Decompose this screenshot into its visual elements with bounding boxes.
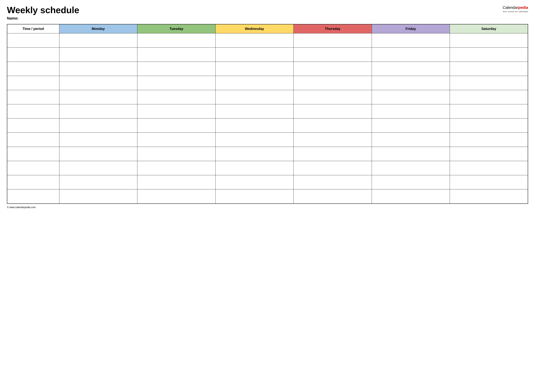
table-cell[interactable]	[450, 147, 528, 161]
table-cell[interactable]	[7, 104, 59, 118]
table-cell[interactable]	[7, 90, 59, 104]
table-cell[interactable]	[137, 175, 216, 189]
table-cell[interactable]	[372, 76, 450, 90]
table-cell[interactable]	[7, 189, 59, 204]
table-row[interactable]	[7, 161, 528, 175]
table-cell[interactable]	[59, 90, 137, 104]
table-cell[interactable]	[137, 90, 216, 104]
table-cell[interactable]	[137, 47, 216, 62]
table-cell[interactable]	[137, 104, 216, 118]
table-cell[interactable]	[137, 189, 216, 204]
table-cell[interactable]	[450, 104, 528, 118]
table-cell[interactable]	[216, 175, 294, 189]
table-cell[interactable]	[372, 62, 450, 76]
table-cell[interactable]	[216, 33, 294, 47]
table-cell[interactable]	[137, 161, 216, 175]
table-cell[interactable]	[372, 118, 450, 133]
table-cell[interactable]	[137, 147, 216, 161]
table-row[interactable]	[7, 175, 528, 189]
table-cell[interactable]	[7, 62, 59, 76]
table-cell[interactable]	[294, 104, 372, 118]
table-cell[interactable]	[372, 175, 450, 189]
table-row[interactable]	[7, 104, 528, 118]
table-cell[interactable]	[137, 76, 216, 90]
table-cell[interactable]	[294, 33, 372, 47]
table-cell[interactable]	[450, 33, 528, 47]
table-cell[interactable]	[59, 118, 137, 133]
table-cell[interactable]	[7, 133, 59, 147]
col-header-wednesday: Wednesday	[216, 24, 294, 33]
table-cell[interactable]	[372, 47, 450, 62]
footer: © www.calendarpedia.com	[7, 206, 528, 209]
table-cell[interactable]	[7, 33, 59, 47]
table-cell[interactable]	[450, 76, 528, 90]
table-cell[interactable]	[216, 133, 294, 147]
table-cell[interactable]	[59, 133, 137, 147]
table-cell[interactable]	[216, 189, 294, 204]
table-cell[interactable]	[216, 47, 294, 62]
table-cell[interactable]	[450, 62, 528, 76]
table-cell[interactable]	[7, 175, 59, 189]
table-cell[interactable]	[372, 189, 450, 204]
table-cell[interactable]	[137, 133, 216, 147]
table-cell[interactable]	[294, 90, 372, 104]
table-row[interactable]	[7, 189, 528, 204]
table-cell[interactable]	[59, 33, 137, 47]
table-cell[interactable]	[294, 62, 372, 76]
table-cell[interactable]	[294, 47, 372, 62]
table-row[interactable]	[7, 133, 528, 147]
table-cell[interactable]	[7, 76, 59, 90]
table-cell[interactable]	[59, 104, 137, 118]
table-cell[interactable]	[294, 175, 372, 189]
table-cell[interactable]	[216, 147, 294, 161]
table-cell[interactable]	[216, 76, 294, 90]
table-cell[interactable]	[137, 33, 216, 47]
table-cell[interactable]	[59, 76, 137, 90]
table-cell[interactable]	[59, 161, 137, 175]
table-cell[interactable]	[59, 147, 137, 161]
table-cell[interactable]	[216, 118, 294, 133]
table-cell[interactable]	[372, 90, 450, 104]
table-cell[interactable]	[7, 161, 59, 175]
table-cell[interactable]	[216, 161, 294, 175]
table-cell[interactable]	[450, 133, 528, 147]
table-cell[interactable]	[450, 189, 528, 204]
table-cell[interactable]	[216, 62, 294, 76]
table-cell[interactable]	[216, 90, 294, 104]
col-header-monday: Monday	[59, 24, 137, 33]
table-cell[interactable]	[7, 118, 59, 133]
table-cell[interactable]	[7, 147, 59, 161]
table-cell[interactable]	[7, 47, 59, 62]
table-cell[interactable]	[450, 47, 528, 62]
table-cell[interactable]	[372, 33, 450, 47]
table-row[interactable]	[7, 90, 528, 104]
table-cell[interactable]	[59, 189, 137, 204]
table-cell[interactable]	[450, 118, 528, 133]
table-cell[interactable]	[450, 90, 528, 104]
table-cell[interactable]	[372, 104, 450, 118]
table-cell[interactable]	[294, 161, 372, 175]
table-cell[interactable]	[294, 76, 372, 90]
table-row[interactable]	[7, 62, 528, 76]
table-cell[interactable]	[294, 118, 372, 133]
table-cell[interactable]	[372, 161, 450, 175]
logo-text: Calendarpedia	[502, 5, 528, 10]
table-cell[interactable]	[372, 147, 450, 161]
table-row[interactable]	[7, 76, 528, 90]
table-row[interactable]	[7, 33, 528, 47]
table-cell[interactable]	[450, 161, 528, 175]
table-row[interactable]	[7, 47, 528, 62]
table-cell[interactable]	[216, 104, 294, 118]
table-cell[interactable]	[372, 133, 450, 147]
table-row[interactable]	[7, 147, 528, 161]
table-cell[interactable]	[59, 47, 137, 62]
table-cell[interactable]	[294, 189, 372, 204]
table-cell[interactable]	[294, 147, 372, 161]
table-cell[interactable]	[137, 118, 216, 133]
table-cell[interactable]	[59, 175, 137, 189]
table-cell[interactable]	[137, 62, 216, 76]
table-cell[interactable]	[450, 175, 528, 189]
table-cell[interactable]	[294, 133, 372, 147]
table-cell[interactable]	[59, 62, 137, 76]
table-row[interactable]	[7, 118, 528, 133]
